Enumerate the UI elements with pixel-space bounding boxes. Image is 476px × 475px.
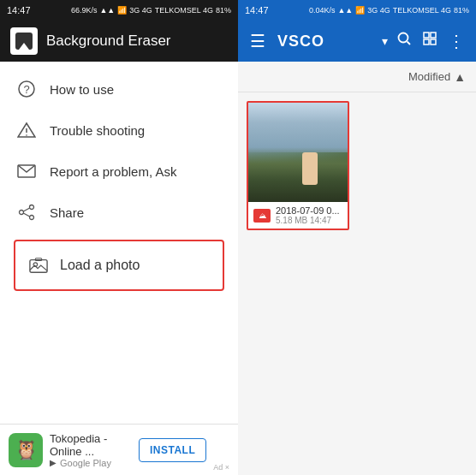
battery-left: 81% <box>216 6 231 15</box>
install-button[interactable]: INSTALL <box>139 438 206 462</box>
network-type-right: 3G 4G <box>367 6 390 15</box>
app-title: Background Eraser <box>46 33 171 50</box>
ad-text: Tokopedia - Online ... ▶ Google Play <box>50 432 132 468</box>
photo-person <box>302 152 318 185</box>
status-icons-right: 0.04K/s ▲▲ 📶 3G 4G TELKOMSEL 4G 81% <box>309 6 469 15</box>
wifi-icon: 📶 <box>117 6 127 15</box>
status-bar-left: 14:47 66.9K/s ▲▲ 📶 3G 4G TELKOMSEL 4G 81… <box>0 0 238 21</box>
operator-left: TELKOMSEL 4G <box>155 6 213 15</box>
help-icon: ? <box>17 80 36 98</box>
photo-item[interactable]: 2018-07-09 0... 5.18 MB 14:47 <box>247 101 349 230</box>
svg-text:?: ? <box>23 83 29 96</box>
load-photo-item[interactable]: Load a photo <box>14 240 224 291</box>
wifi-icon-right: 📶 <box>355 6 365 15</box>
svg-rect-19 <box>431 39 436 45</box>
more-options-icon[interactable]: ⋮ <box>444 27 467 55</box>
load-photo-icon <box>29 256 48 275</box>
dropdown-arrow-icon[interactable]: ▾ <box>382 34 388 48</box>
time-right: 14:47 <box>245 5 269 15</box>
svg-point-8 <box>30 216 34 220</box>
tokopedia-icon: 🦉 <box>9 433 43 467</box>
signal-right: ▲▲ <box>337 6 353 15</box>
sort-label: Modified <box>408 70 450 83</box>
warning-icon <box>17 121 36 140</box>
trouble-shooting-label: Trouble shooting <box>50 123 145 138</box>
load-photo-label: Load a photo <box>60 258 140 273</box>
photo-grid: 2018-07-09 0... 5.18 MB 14:47 <box>238 92 476 475</box>
app-logo-inner <box>15 33 33 50</box>
left-panel: 14:47 66.9K/s ▲▲ 📶 3G 4G TELKOMSEL 4G 81… <box>0 0 238 475</box>
app-logo <box>10 27 38 55</box>
ad-title: Tokopedia - Online ... <box>50 432 132 458</box>
menu-item-how-to-use[interactable]: ? How to use <box>0 68 238 110</box>
sort-bar: Modified ▲ <box>238 62 476 92</box>
svg-rect-11 <box>30 260 47 273</box>
svg-line-9 <box>23 208 29 211</box>
status-icons-left: 66.9K/s ▲▲ 📶 3G 4G TELKOMSEL 4G 81% <box>71 6 231 15</box>
google-play-icon: ▶ <box>50 458 57 467</box>
svg-point-14 <box>399 33 408 43</box>
search-icon[interactable] <box>393 27 415 55</box>
report-problem-label: Report a problem, Ask <box>50 164 176 179</box>
photo-time: 14:47 <box>310 216 331 225</box>
app-header-right: ☰ VSCO ▾ ⋮ <box>238 21 476 62</box>
ad-subtitle-text: Google Play <box>60 458 111 468</box>
photo-details: 2018-07-09 0... 5.18 MB 14:47 <box>276 205 342 225</box>
status-bar-right: 14:47 0.04K/s ▲▲ 📶 3G 4G TELKOMSEL 4G 81… <box>238 0 476 21</box>
vsco-title: VSCO <box>277 33 377 50</box>
grid-view-icon[interactable] <box>419 27 441 55</box>
signal-left: ▲▲ <box>99 6 115 15</box>
right-panel: 14:47 0.04K/s ▲▲ 📶 3G 4G TELKOMSEL 4G 81… <box>238 0 476 475</box>
header-icons-right: ⋮ <box>393 27 467 55</box>
email-icon <box>17 162 36 181</box>
photo-thumbnail <box>248 103 348 202</box>
app-header-left: Background Eraser <box>0 21 238 62</box>
menu-item-trouble-shooting[interactable]: Trouble shooting <box>0 110 238 151</box>
svg-point-7 <box>20 211 24 215</box>
battery-right: 81% <box>454 6 469 15</box>
time-left: 14:47 <box>7 5 31 15</box>
svg-line-15 <box>408 42 411 45</box>
operator-right: TELKOMSEL 4G <box>393 6 451 15</box>
how-to-use-label: How to use <box>50 82 114 97</box>
svg-line-10 <box>23 213 29 217</box>
menu-item-report-problem[interactable]: Report a problem, Ask <box>0 151 238 192</box>
svg-point-6 <box>30 205 34 210</box>
photo-meta: 5.18 MB 14:47 <box>276 216 342 225</box>
share-label: Share <box>50 205 84 220</box>
photo-name: 2018-07-09 0... <box>276 205 342 216</box>
ad-subtitle: ▶ Google Play <box>50 458 132 468</box>
svg-rect-17 <box>431 33 436 38</box>
hamburger-icon[interactable]: ☰ <box>247 27 269 55</box>
svg-rect-18 <box>424 39 429 45</box>
svg-rect-16 <box>424 33 429 38</box>
photo-info: 2018-07-09 0... 5.18 MB 14:47 <box>248 202 348 229</box>
photo-size: 5.18 MB <box>276 216 307 225</box>
share-icon <box>17 203 36 222</box>
ad-mark: Ad × <box>213 463 229 475</box>
svg-point-4 <box>26 134 27 136</box>
menu-list: ? How to use Trouble shooting <box>0 62 238 424</box>
menu-item-share[interactable]: Share <box>0 192 238 233</box>
photo-type-icon <box>253 209 271 223</box>
network-speed-left: 66.9K/s <box>71 6 98 15</box>
ad-banner: 🦉 Tokopedia - Online ... ▶ Google Play I… <box>0 424 238 475</box>
network-speed-right: 0.04K/s <box>309 6 336 15</box>
sort-arrow-icon[interactable]: ▲ <box>454 70 466 84</box>
network-type-left: 3G 4G <box>129 6 152 15</box>
